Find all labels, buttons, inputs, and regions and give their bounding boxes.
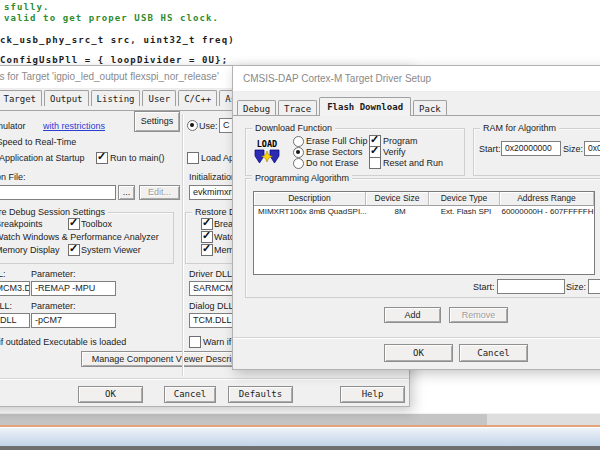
verify-label: Verify [383,147,406,158]
memory-display-label: Memory Display [0,245,60,256]
cpu-parameter-label: Parameter: [31,269,76,280]
code-line: ck_usb_phy_src_t src, uint32_t freq) [0,35,235,45]
algo-start-input[interactable] [497,279,565,294]
code-line: ConfigUsbPll = { loopDivider = 0U}; [0,55,228,65]
code-line: valid to get proper USB HS clock. [4,13,219,23]
watch-windows-label: Watch Windows & Performance Analyzer [0,232,159,243]
ram-start-label: Start: [479,144,501,155]
cmsis-tab-strip: Debug Trace Flash Download Pack [237,97,449,116]
tab-debug[interactable]: Debug [237,100,276,116]
tab-target[interactable]: Target [0,90,42,106]
ram-start-input[interactable]: 0x20000000 [501,141,561,156]
programming-algorithm-label: Programming Algorithm [252,173,352,184]
cell-description: MIMXRT106x 8mB QuadSPI... [254,206,369,218]
program-label: Program [383,136,418,147]
col-address-range[interactable]: Address Range [500,192,594,206]
with-restrictions-link[interactable]: with restrictions [43,121,105,132]
ram-size-label: Size: [563,144,583,155]
algo-size-label: Size: [566,282,586,293]
tab-pack[interactable]: Pack [413,100,447,116]
add-button[interactable]: Add [384,307,441,323]
cmsis-tab-divider [233,115,600,116]
algo-size-input[interactable] [588,279,600,294]
settings-button[interactable]: Settings [134,111,180,132]
run-to-main-checkbox[interactable] [96,152,108,164]
toolbox-label: Toolbox [81,219,112,230]
ok-button[interactable]: OK [78,386,143,403]
cpu-dll-label: CPU DLL: [0,269,6,280]
dialog-dll-right-label: Dialog DLL: [189,301,236,312]
column-divider [182,114,183,376]
browse-button[interactable]: ... [118,185,135,200]
system-viewer-label: System Viewer [81,245,141,256]
tab-flash-download[interactable]: Flash Download [319,97,411,116]
restore-session-group-left-label: Restore Debug Session Settings [0,207,108,218]
erase-sectors-radio[interactable] [293,147,304,158]
cancel-button[interactable]: Cancel [164,386,216,403]
warn-outdated-label: Warn if outdated Executable is loaded [0,337,126,348]
cmsis-dialog-titlebar[interactable]: CMSIS-DAP Cortex-M Target Driver Setup [233,66,600,92]
cmsis-dap-dialog: CMSIS-DAP Cortex-M Target Driver Setup D… [232,65,600,370]
do-not-erase-label: Do not Erase [306,158,359,169]
algo-start-label: Start: [473,282,495,293]
cell-device-size: 8M [369,206,431,218]
col-description[interactable]: Description [254,192,366,206]
table-row[interactable]: MIMXRT106x 8mB QuadSPI... 8M Ext. Flash … [254,206,594,218]
init-file-input[interactable] [0,185,116,200]
bottom-strip [0,446,600,450]
use-target-driver-radio[interactable] [187,120,198,131]
cell-device-type: Ext. Flash SPI [431,206,501,218]
cell-address-range: 60000000H - 607FFFFFH [501,206,594,218]
load-app-right-checkbox[interactable] [187,152,199,164]
toolbox-checkbox[interactable] [68,218,80,230]
do-not-erase-radio[interactable] [293,158,304,169]
scrollbar-thumb[interactable] [0,414,487,425]
status-bar [0,427,600,447]
erase-sectors-label: Erase Sectors [306,147,363,158]
tab-output[interactable]: Output [44,90,89,106]
tab-cpp[interactable]: C/C++ [178,90,217,106]
run-to-main-label: Run to main() [110,153,165,164]
help-button[interactable]: Help [340,386,405,403]
load-app-label: Load Application at Startup [0,153,85,164]
button-separator [0,378,409,379]
edit-button[interactable]: Edit... [139,185,180,200]
tab-user[interactable]: User [142,90,176,106]
memory-right-checkbox[interactable] [201,244,213,256]
reset-and-run-checkbox[interactable] [369,157,381,169]
use-label: Use: [199,121,218,132]
erase-full-chip-radio[interactable] [293,136,304,147]
load-flash-icon: LOAD [253,138,281,166]
svg-text:LOAD: LOAD [257,139,277,149]
programming-algorithm-table[interactable]: Description Device Size Device Type Addr… [253,191,595,275]
breakpoints-label: Breakpoints [0,219,43,230]
warn-outdated-right-checkbox[interactable] [189,336,201,348]
download-function-label: Download Function [252,123,335,134]
cmsis-button-separator [233,337,600,338]
dialog-dll-label: Dialog DLL: [0,301,12,312]
table-header-row: Description Device Size Device Type Addr… [254,192,594,206]
driver-dll-label: Driver DLL: [189,269,235,280]
erase-full-chip-label: Erase Full Chip [306,136,368,147]
use-simulator-label: Use Simulator [0,121,26,132]
dialog-parameter-label: Parameter: [31,301,76,312]
horizontal-scrollbar[interactable] [0,413,600,425]
dialog-parameter-input[interactable]: -pCM7 [31,313,116,328]
ram-size-input[interactable]: 0x000 [584,141,600,156]
app-screen: sfully. valid to get proper USB HS clock… [0,0,600,450]
remove-button[interactable]: Remove [449,307,508,323]
tab-listing[interactable]: Listing [91,90,141,106]
limit-speed-label: Limit Speed to Real-Time [0,137,76,148]
cpu-parameter-input[interactable]: -REMAP -MPU [31,281,116,296]
cpu-dll-input[interactable]: SARMCM3.DLL [0,281,30,296]
cmsis-cancel-button[interactable]: Cancel [459,344,528,362]
tab-trace[interactable]: Trace [278,100,317,116]
init-file-label: Initialization File: [0,172,26,183]
system-viewer-checkbox[interactable] [68,244,80,256]
defaults-button[interactable]: Defaults [228,386,293,403]
reset-and-run-label: Reset and Run [383,158,443,169]
dialog-dll-input[interactable]: DCM.DLL [0,313,30,328]
cmsis-ok-button[interactable]: OK [384,344,453,362]
col-device-type[interactable]: Device Type [429,192,500,206]
col-device-size[interactable]: Device Size [366,192,429,206]
